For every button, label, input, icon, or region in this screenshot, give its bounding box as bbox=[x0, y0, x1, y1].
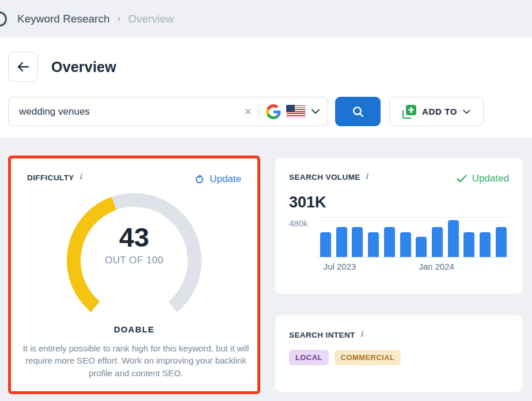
keyword-input[interactable] bbox=[19, 106, 244, 118]
volume-bar bbox=[368, 232, 379, 257]
page-title: Overview bbox=[51, 59, 116, 75]
add-to-button[interactable]: ADD TO bbox=[389, 97, 484, 126]
volume-bar bbox=[448, 220, 459, 257]
add-to-chevron-down-icon bbox=[463, 109, 470, 114]
search-icon bbox=[351, 105, 365, 119]
breadcrumb-bar: Keyword Research › Overview bbox=[0, 0, 532, 37]
x-tick-label: Jan 2024 bbox=[419, 262, 454, 271]
intent-badge-commercial: COMMERCIAL bbox=[335, 350, 401, 365]
divider bbox=[259, 107, 259, 117]
volume-bar bbox=[463, 232, 474, 257]
breadcrumb-keyword-research[interactable]: Keyword Research bbox=[17, 13, 110, 25]
search-volume-total: 301K bbox=[289, 194, 509, 211]
volume-bar bbox=[320, 232, 331, 257]
volume-x-ticks: Jul 2023Jan 2024 bbox=[316, 258, 509, 273]
volume-bar bbox=[432, 227, 443, 257]
difficulty-description: It is entirely possible to rank high for… bbox=[21, 342, 250, 379]
region-chevron-down-icon[interactable] bbox=[311, 109, 320, 114]
breadcrumb-overview: Overview bbox=[128, 13, 174, 25]
volume-bars bbox=[320, 218, 507, 257]
volume-bar bbox=[400, 232, 411, 257]
update-label: Update bbox=[210, 173, 241, 185]
update-link[interactable]: Update bbox=[194, 173, 241, 185]
volume-bar bbox=[384, 227, 395, 257]
refresh-icon bbox=[194, 174, 205, 185]
cropped-app-icon bbox=[0, 12, 7, 27]
difficulty-card: DIFFICULTY i Update 43 bbox=[11, 158, 257, 391]
volume-bar bbox=[352, 227, 363, 257]
x-tick-label: Jul 2023 bbox=[324, 262, 356, 271]
intent-badge-local: LOCAL bbox=[289, 350, 329, 365]
volume-bar bbox=[480, 232, 491, 257]
difficulty-title: DIFFICULTY bbox=[27, 173, 74, 182]
overview-content: DIFFICULTY i Update 43 bbox=[0, 138, 532, 394]
breadcrumb-separator-icon: › bbox=[117, 13, 121, 25]
y-axis-label: 480k bbox=[289, 217, 316, 258]
difficulty-out-of: OUT OF 100 bbox=[67, 255, 202, 266]
difficulty-highlight-box: DIFFICULTY i Update 43 bbox=[8, 156, 260, 394]
google-logo-icon bbox=[266, 104, 281, 119]
back-arrow-icon bbox=[16, 61, 30, 73]
volume-plot-area bbox=[316, 217, 509, 258]
back-button[interactable] bbox=[8, 52, 38, 82]
info-icon[interactable]: i bbox=[79, 172, 82, 181]
search-volume-card: SEARCH VOLUME i Updated 301K 480k Jul 20… bbox=[275, 158, 523, 294]
info-icon[interactable]: i bbox=[366, 171, 368, 180]
search-intent-card: SEARCH INTENT i LOCAL COMMERCIAL bbox=[275, 315, 523, 392]
volume-bar bbox=[336, 227, 347, 257]
volume-chart: 480k bbox=[289, 217, 509, 258]
search-intent-title: SEARCH INTENT bbox=[289, 331, 355, 339]
volume-bar bbox=[416, 237, 427, 257]
volume-bar bbox=[496, 227, 507, 257]
search-volume-title: SEARCH VOLUME bbox=[289, 173, 360, 181]
check-icon bbox=[457, 175, 467, 183]
us-flag-icon bbox=[286, 105, 306, 118]
volume-status-label: Updated bbox=[472, 173, 509, 184]
search-button[interactable] bbox=[335, 97, 381, 126]
info-icon[interactable]: i bbox=[360, 329, 363, 338]
volume-status: Updated bbox=[457, 173, 509, 184]
clear-icon[interactable]: × bbox=[244, 105, 252, 118]
add-to-label: ADD TO bbox=[422, 107, 457, 116]
header-section: Overview × bbox=[0, 37, 532, 138]
difficulty-gauge: 43 OUT OF 100 bbox=[67, 193, 202, 316]
add-to-list-icon bbox=[402, 105, 416, 119]
difficulty-score: 43 bbox=[67, 223, 202, 251]
keyword-search-field[interactable]: × bbox=[8, 97, 328, 126]
